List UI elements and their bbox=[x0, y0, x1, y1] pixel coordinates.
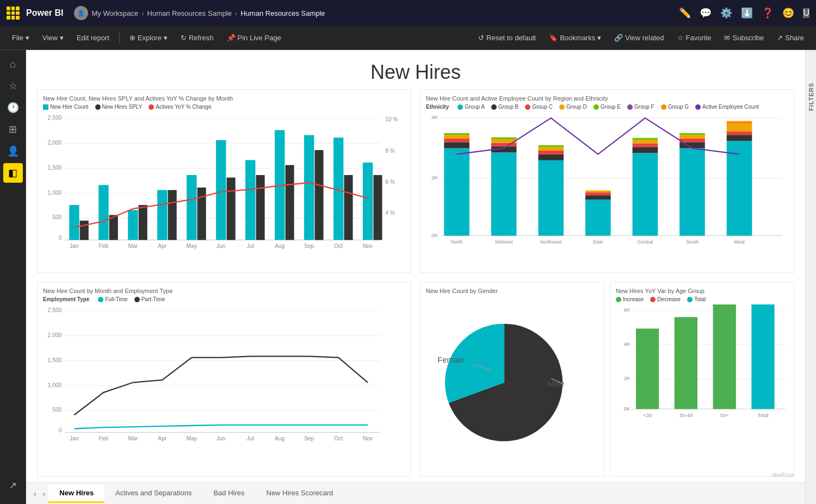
user-icon[interactable]: 😊 bbox=[782, 7, 794, 19]
sidebar-item-favorites[interactable]: ☆ bbox=[3, 76, 23, 96]
svg-text:2,500: 2,500 bbox=[48, 307, 62, 313]
top-navigation: Power BI 👤 My Workspace › Human Resource… bbox=[0, 0, 816, 26]
svg-text:0: 0 bbox=[59, 235, 62, 241]
subscribe-label: Subscribe bbox=[732, 34, 764, 42]
filters-panel[interactable]: FILTERS bbox=[805, 50, 816, 504]
legend-group-g: Group G bbox=[661, 104, 689, 110]
tab-actives-separations[interactable]: Actives and Separations bbox=[104, 484, 202, 503]
svg-rect-59 bbox=[491, 152, 517, 235]
group-c-color bbox=[525, 104, 530, 110]
favorite-button[interactable]: ☆ Favorite bbox=[672, 32, 717, 44]
svg-rect-18 bbox=[128, 210, 138, 240]
report-title: New Hires bbox=[37, 61, 794, 84]
breadcrumb-workspace[interactable]: My Workspace bbox=[91, 9, 138, 17]
svg-text:2,000: 2,000 bbox=[48, 332, 62, 338]
edit-report-button[interactable]: Edit report bbox=[71, 32, 115, 44]
legend-actives-color bbox=[149, 104, 154, 110]
svg-rect-24 bbox=[216, 140, 226, 240]
svg-text:8 %: 8 % bbox=[385, 148, 395, 154]
svg-rect-31 bbox=[314, 150, 323, 240]
svg-rect-88 bbox=[727, 141, 752, 235]
chart-new-hire-count[interactable]: New Hire Count, New Hires SPLY and Activ… bbox=[37, 89, 411, 273]
tab-new-hires[interactable]: New Hires bbox=[48, 484, 104, 503]
tab-bar: ‹ › New Hires Actives and Separations Ba… bbox=[26, 482, 805, 504]
svg-rect-78 bbox=[633, 144, 658, 147]
tab-bad-hires[interactable]: Bad Hires bbox=[202, 484, 255, 503]
explore-button[interactable]: ⊕ Explore ▾ bbox=[124, 32, 173, 44]
svg-rect-93 bbox=[727, 121, 752, 125]
svg-text:2K: 2K bbox=[431, 175, 438, 181]
svg-text:West: West bbox=[734, 239, 745, 245]
group-d-color bbox=[559, 104, 565, 110]
legend-group-e: Group E bbox=[594, 104, 621, 110]
svg-text:4 %: 4 % bbox=[385, 210, 395, 216]
svg-rect-57 bbox=[444, 133, 469, 135]
breadcrumb-sep2: › bbox=[235, 9, 237, 17]
emp-type-label: Employment Type bbox=[43, 296, 89, 302]
svg-rect-55 bbox=[444, 139, 469, 142]
svg-rect-73 bbox=[585, 192, 611, 196]
svg-text:Jun: Jun bbox=[217, 243, 226, 249]
explore-chevron: ▾ bbox=[164, 34, 168, 42]
chart-employment-type[interactable]: New Hire Count by Month and Employment T… bbox=[37, 282, 411, 477]
svg-rect-19 bbox=[139, 205, 147, 240]
svg-rect-77 bbox=[633, 147, 658, 153]
svg-rect-61 bbox=[491, 143, 517, 147]
svg-rect-80 bbox=[633, 138, 658, 140]
sidebar-item-recent[interactable]: 🕐 bbox=[3, 98, 23, 117]
chart1-title: New Hire Count, New Hires SPLY and Activ… bbox=[43, 95, 405, 102]
svg-rect-85 bbox=[679, 135, 705, 139]
tab-next-button[interactable]: › bbox=[40, 489, 49, 498]
share-button[interactable]: ↗ Share bbox=[771, 32, 809, 44]
svg-rect-26 bbox=[245, 160, 255, 240]
svg-text:4K: 4K bbox=[431, 114, 438, 120]
view-menu[interactable]: View ▾ bbox=[37, 32, 69, 44]
toolbar-right: ↺ Reset to default 🔖 Bookmarks ▾ 🔗 View … bbox=[473, 32, 809, 44]
chart-age-group[interactable]: New Hires YoY Var by Age Group Increase … bbox=[610, 282, 794, 477]
legend-sply: New Hires SPLY bbox=[95, 104, 143, 110]
download-icon[interactable]: ⬇️ bbox=[741, 7, 753, 19]
edit-icon[interactable]: ✏️ bbox=[679, 7, 691, 19]
settings-icon[interactable]: ⚙️ bbox=[720, 7, 732, 19]
pin-icon: 📌 bbox=[227, 34, 236, 42]
svg-text:Total: Total bbox=[757, 412, 768, 418]
profile-avatar[interactable]: U bbox=[803, 8, 809, 18]
chart-region-ethnicity[interactable]: New Hire Count and Active Employee Count… bbox=[420, 89, 794, 273]
sidebar-item-learn[interactable]: ↗ bbox=[3, 476, 23, 495]
pin-live-page-button[interactable]: 📌 Pin Live Page bbox=[221, 32, 287, 44]
left-sidebar: ⌂ ☆ 🕐 ⊞ 👤 ◧ ↗ bbox=[0, 50, 26, 504]
explore-icon: ⊕ bbox=[129, 34, 135, 42]
file-menu[interactable]: File ▾ bbox=[7, 32, 35, 44]
chart2-legend: Ethnicity Group A Group B Group C Group … bbox=[426, 104, 788, 110]
svg-text:May: May bbox=[187, 243, 197, 249]
comments-icon[interactable]: 💬 bbox=[700, 7, 712, 19]
tab-new-hires-scorecard[interactable]: New Hires Scorecard bbox=[256, 484, 344, 503]
app-grid-icon[interactable] bbox=[7, 7, 20, 20]
subscribe-icon: ✉ bbox=[724, 34, 730, 42]
svg-text:0K: 0K bbox=[431, 232, 438, 238]
sidebar-item-people[interactable]: 👤 bbox=[3, 141, 23, 161]
sidebar-item-apps[interactable]: ⊞ bbox=[3, 120, 23, 139]
app-logo: Power BI bbox=[26, 8, 63, 18]
refresh-button[interactable]: ↻ Refresh bbox=[175, 32, 219, 44]
breadcrumb-report-group[interactable]: Human Resources Sample bbox=[147, 9, 232, 17]
tab-prev-button[interactable]: ‹ bbox=[30, 489, 40, 498]
group-b-color bbox=[491, 104, 497, 110]
help-icon[interactable]: ❓ bbox=[762, 7, 774, 19]
subscribe-button[interactable]: ✉ Subscribe bbox=[719, 32, 769, 44]
pin-label: Pin Live Page bbox=[238, 34, 281, 42]
svg-text:Jul: Jul bbox=[247, 436, 254, 442]
chart-gender[interactable]: New Hire Count by Gender Female bbox=[420, 282, 604, 477]
sidebar-item-home[interactable]: ⌂ bbox=[3, 54, 23, 74]
chart3-legend: Employment Type Full-Time Part-Time bbox=[43, 296, 405, 302]
active-emp-color bbox=[695, 104, 701, 110]
bookmarks-button[interactable]: 🔖 Bookmarks ▾ bbox=[543, 32, 607, 44]
chart4-title: New Hire Count by Gender bbox=[426, 288, 598, 294]
view-related-button[interactable]: 🔗 View related bbox=[609, 32, 669, 44]
reset-default-button[interactable]: ↺ Reset to default bbox=[473, 32, 541, 44]
chart5-legend: Increase Decrease Total bbox=[616, 296, 788, 302]
sidebar-item-workspace[interactable]: ◧ bbox=[3, 163, 23, 183]
svg-text:East: East bbox=[593, 239, 603, 245]
edit-report-label: Edit report bbox=[77, 34, 109, 42]
svg-text:May: May bbox=[187, 436, 197, 442]
